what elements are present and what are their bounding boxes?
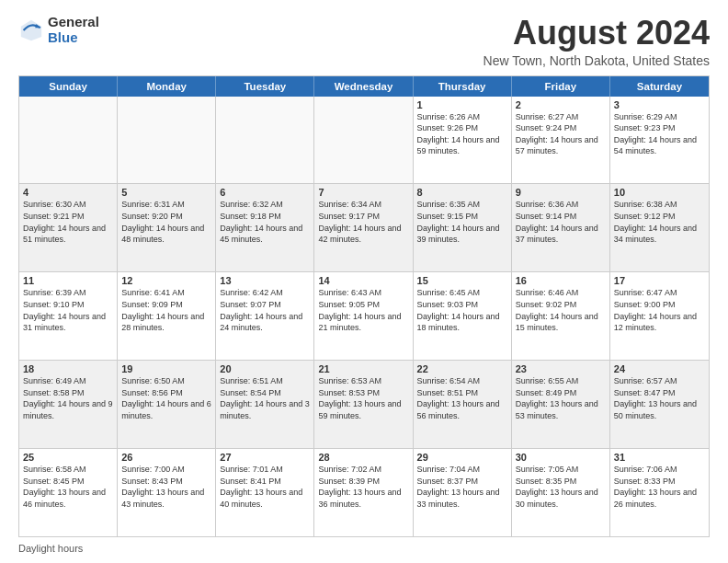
day-number: 5 xyxy=(121,187,211,198)
day-number: 29 xyxy=(417,452,507,463)
day-number: 26 xyxy=(121,452,211,463)
logo: General Blue xyxy=(18,15,99,45)
day-number: 17 xyxy=(614,275,705,286)
day-info: Sunrise: 6:45 AMSunset: 9:03 PMDaylight:… xyxy=(417,287,507,333)
cal-cell: 18Sunrise: 6:49 AMSunset: 8:58 PMDayligh… xyxy=(19,361,118,448)
day-number: 13 xyxy=(220,275,310,286)
cal-row-3: 11Sunrise: 6:39 AMSunset: 9:10 PMDayligh… xyxy=(19,272,709,361)
day-number: 18 xyxy=(23,363,113,374)
cal-cell: 31Sunrise: 7:06 AMSunset: 8:33 PMDayligh… xyxy=(610,449,709,536)
day-info: Sunrise: 7:04 AMSunset: 8:37 PMDaylight:… xyxy=(417,464,507,510)
cal-cell: 22Sunrise: 6:54 AMSunset: 8:51 PMDayligh… xyxy=(414,361,512,448)
day-info: Sunrise: 6:43 AMSunset: 9:05 PMDaylight:… xyxy=(318,287,408,333)
cal-cell: 13Sunrise: 6:42 AMSunset: 9:07 PMDayligh… xyxy=(216,272,314,360)
day-info: Sunrise: 7:01 AMSunset: 8:41 PMDaylight:… xyxy=(220,464,310,510)
cal-cell: 14Sunrise: 6:43 AMSunset: 9:05 PMDayligh… xyxy=(314,272,413,360)
calendar-body: 1Sunrise: 6:26 AMSunset: 9:26 PMDaylight… xyxy=(19,97,709,536)
day-number: 20 xyxy=(220,363,310,374)
cal-cell: 12Sunrise: 6:41 AMSunset: 9:09 PMDayligh… xyxy=(118,272,216,360)
day-number: 2 xyxy=(516,99,606,110)
day-info: Sunrise: 6:46 AMSunset: 9:02 PMDaylight:… xyxy=(516,287,606,333)
day-number: 28 xyxy=(318,452,408,463)
cal-cell xyxy=(314,97,413,184)
day-info: Sunrise: 6:29 AMSunset: 9:23 PMDaylight:… xyxy=(614,111,705,157)
day-number: 3 xyxy=(614,99,705,110)
day-number: 11 xyxy=(23,275,113,286)
cal-cell xyxy=(216,97,314,184)
cal-header-saturday: Saturday xyxy=(610,76,709,97)
day-info: Sunrise: 6:34 AMSunset: 9:17 PMDaylight:… xyxy=(318,199,408,245)
day-number: 6 xyxy=(220,187,310,198)
title-block: August 2024 New Town, North Dakota, Unit… xyxy=(483,15,710,68)
cal-cell: 30Sunrise: 7:05 AMSunset: 8:35 PMDayligh… xyxy=(512,449,610,536)
day-number: 19 xyxy=(121,363,211,374)
cal-cell: 25Sunrise: 6:58 AMSunset: 8:45 PMDayligh… xyxy=(19,449,118,536)
day-info: Sunrise: 6:57 AMSunset: 8:47 PMDaylight:… xyxy=(614,375,705,421)
cal-header-sunday: Sunday xyxy=(19,76,118,97)
day-info: Sunrise: 6:30 AMSunset: 9:21 PMDaylight:… xyxy=(23,199,113,245)
header: General Blue August 2024 New Town, North… xyxy=(18,15,710,68)
day-number: 31 xyxy=(614,452,705,463)
day-info: Sunrise: 6:32 AMSunset: 9:18 PMDaylight:… xyxy=(220,199,310,245)
cal-cell: 4Sunrise: 6:30 AMSunset: 9:21 PMDaylight… xyxy=(19,184,118,271)
cal-row-4: 18Sunrise: 6:49 AMSunset: 8:58 PMDayligh… xyxy=(19,361,709,449)
day-number: 8 xyxy=(417,187,507,198)
day-info: Sunrise: 6:31 AMSunset: 9:20 PMDaylight:… xyxy=(121,199,211,245)
logo-text: General Blue xyxy=(48,15,99,45)
logo-general: General xyxy=(48,15,99,30)
day-number: 23 xyxy=(516,363,606,374)
cal-cell: 20Sunrise: 6:51 AMSunset: 8:54 PMDayligh… xyxy=(216,361,314,448)
day-number: 21 xyxy=(318,363,408,374)
calendar-header-row: SundayMondayTuesdayWednesdayThursdayFrid… xyxy=(19,76,709,97)
day-number: 27 xyxy=(220,452,310,463)
day-info: Sunrise: 6:54 AMSunset: 8:51 PMDaylight:… xyxy=(417,375,507,421)
cal-cell: 5Sunrise: 6:31 AMSunset: 9:20 PMDaylight… xyxy=(118,184,216,271)
main-title: August 2024 xyxy=(483,15,710,52)
day-number: 12 xyxy=(121,275,211,286)
cal-cell: 16Sunrise: 6:46 AMSunset: 9:02 PMDayligh… xyxy=(512,272,610,360)
day-info: Sunrise: 6:58 AMSunset: 8:45 PMDaylight:… xyxy=(23,464,113,510)
day-number: 1 xyxy=(417,99,507,110)
cal-cell: 10Sunrise: 6:38 AMSunset: 9:12 PMDayligh… xyxy=(610,184,709,271)
cal-cell: 29Sunrise: 7:04 AMSunset: 8:37 PMDayligh… xyxy=(414,449,512,536)
cal-cell: 26Sunrise: 7:00 AMSunset: 8:43 PMDayligh… xyxy=(118,449,216,536)
day-number: 16 xyxy=(516,275,606,286)
cal-cell: 7Sunrise: 6:34 AMSunset: 9:17 PMDaylight… xyxy=(314,184,413,271)
day-info: Sunrise: 6:36 AMSunset: 9:14 PMDaylight:… xyxy=(516,199,606,245)
day-number: 4 xyxy=(23,187,113,198)
footer: Daylight hours xyxy=(18,543,710,554)
day-info: Sunrise: 6:27 AMSunset: 9:24 PMDaylight:… xyxy=(516,111,606,157)
day-info: Sunrise: 6:49 AMSunset: 8:58 PMDaylight:… xyxy=(23,375,113,421)
cal-cell: 3Sunrise: 6:29 AMSunset: 9:23 PMDaylight… xyxy=(610,97,709,184)
logo-icon xyxy=(18,17,44,43)
day-info: Sunrise: 6:35 AMSunset: 9:15 PMDaylight:… xyxy=(417,199,507,245)
day-number: 9 xyxy=(516,187,606,198)
day-number: 25 xyxy=(23,452,113,463)
page: General Blue August 2024 New Town, North… xyxy=(0,0,728,563)
logo-blue: Blue xyxy=(48,30,99,46)
day-info: Sunrise: 6:47 AMSunset: 9:00 PMDaylight:… xyxy=(614,287,705,333)
cal-cell: 8Sunrise: 6:35 AMSunset: 9:15 PMDaylight… xyxy=(414,184,512,271)
day-info: Sunrise: 6:51 AMSunset: 8:54 PMDaylight:… xyxy=(220,375,310,421)
day-number: 24 xyxy=(614,363,705,374)
cal-header-wednesday: Wednesday xyxy=(314,76,413,97)
cal-cell xyxy=(19,97,118,184)
cal-header-thursday: Thursday xyxy=(414,76,512,97)
day-info: Sunrise: 6:50 AMSunset: 8:56 PMDaylight:… xyxy=(121,375,211,421)
cal-cell: 21Sunrise: 6:53 AMSunset: 8:53 PMDayligh… xyxy=(314,361,413,448)
cal-cell: 9Sunrise: 6:36 AMSunset: 9:14 PMDaylight… xyxy=(512,184,610,271)
day-info: Sunrise: 6:42 AMSunset: 9:07 PMDaylight:… xyxy=(220,287,310,333)
cal-header-monday: Monday xyxy=(118,76,216,97)
subtitle: New Town, North Dakota, United States xyxy=(483,53,710,68)
day-number: 30 xyxy=(516,452,606,463)
cal-cell: 2Sunrise: 6:27 AMSunset: 9:24 PMDaylight… xyxy=(512,97,610,184)
cal-cell: 24Sunrise: 6:57 AMSunset: 8:47 PMDayligh… xyxy=(610,361,709,448)
day-info: Sunrise: 6:26 AMSunset: 9:26 PMDaylight:… xyxy=(417,111,507,157)
day-info: Sunrise: 7:06 AMSunset: 8:33 PMDaylight:… xyxy=(614,464,705,510)
day-info: Sunrise: 6:38 AMSunset: 9:12 PMDaylight:… xyxy=(614,199,705,245)
cal-cell: 28Sunrise: 7:02 AMSunset: 8:39 PMDayligh… xyxy=(314,449,413,536)
cal-cell xyxy=(118,97,216,184)
day-info: Sunrise: 7:00 AMSunset: 8:43 PMDaylight:… xyxy=(121,464,211,510)
day-info: Sunrise: 6:55 AMSunset: 8:49 PMDaylight:… xyxy=(516,375,606,421)
cal-header-tuesday: Tuesday xyxy=(216,76,314,97)
